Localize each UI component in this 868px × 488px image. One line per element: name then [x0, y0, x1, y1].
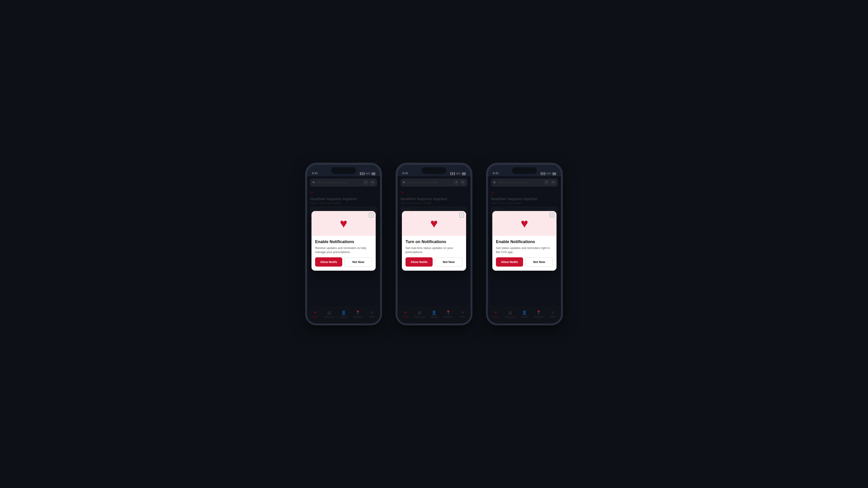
phone-1: 9:41 ▐▐▐ WiFi ▓▓ 🔍 Find the products you…	[305, 163, 382, 325]
status-time-2: 9:41	[402, 171, 408, 175]
allow-notifs-btn-1[interactable]: Allow Notifs	[315, 257, 342, 267]
modal-title-1: Enable Notifications	[315, 239, 372, 244]
status-icons-2: ▐▐▐ WiFi ▓▓	[450, 172, 466, 175]
modal-heart-icon-1: ♥	[340, 217, 347, 230]
wifi-icon-1: WiFi	[366, 172, 370, 175]
modal-hero-2: ♥ ×	[402, 211, 466, 236]
modal-close-btn-2[interactable]: ×	[459, 213, 464, 217]
dynamic-island-2	[422, 167, 446, 174]
signal-icon-3: ▐▐▐	[540, 172, 545, 175]
modal-actions-2: Allow Notifs Not Now	[405, 257, 463, 267]
not-now-btn-3[interactable]: Not Now	[525, 257, 553, 267]
not-now-btn-2[interactable]: Not Now	[435, 257, 463, 267]
modal-desc-2: Get real-time status updates on your pre…	[405, 246, 463, 254]
modal-heart-icon-3: ♥	[521, 217, 528, 230]
modal-overlay-1: ♥ × Enable Notifications Receive updates…	[307, 176, 380, 324]
modal-body-3: Enable Notifications Get status updates …	[492, 236, 557, 271]
not-now-btn-1[interactable]: Not Now	[344, 257, 372, 267]
phone-2-wrapper: 9:41 ▐▐▐ WiFi ▓▓ 🔍 Find the products you…	[396, 163, 472, 325]
modal-desc-3: Get status updates and reminders right i…	[496, 246, 553, 254]
dynamic-island-3	[512, 167, 537, 174]
signal-icon-1: ▐▐▐	[359, 172, 364, 175]
phones-container: 9:41 ▐▐▐ WiFi ▓▓ 🔍 Find the products you…	[305, 163, 563, 325]
modal-desc-1: Receive updates and reminders to help ma…	[315, 246, 372, 254]
status-time-3: 9:41	[493, 171, 499, 175]
modal-overlay-2: ♥ × Turn on Notifications Get real-time …	[397, 176, 471, 324]
battery-icon-1: ▓▓	[372, 172, 375, 175]
modal-overlay-3: ♥ × Enable Notifications Get status upda…	[488, 176, 561, 324]
notif-modal-1: ♥ × Enable Notifications Receive updates…	[311, 211, 376, 271]
app-content-3: 🔍 Find the products you need 🎤 📷 ♥ Healt…	[488, 176, 561, 324]
wifi-icon-3: WiFi	[546, 172, 551, 175]
modal-actions-3: Allow Notifs Not Now	[496, 257, 553, 267]
modal-title-3: Enable Notifications	[496, 239, 553, 244]
battery-icon-2: ▓▓	[462, 172, 466, 175]
phone-2: 9:41 ▐▐▐ WiFi ▓▓ 🔍 Find the products you…	[396, 163, 472, 325]
phone-3: 9:41 ▐▐▐ WiFi ▓▓ 🔍 Find the products you…	[486, 163, 563, 325]
modal-body-2: Turn on Notifications Get real-time stat…	[402, 236, 466, 271]
modal-hero-1: ♥ ×	[311, 211, 376, 236]
status-time-1: 9:41	[312, 171, 318, 175]
modal-heart-icon-2: ♥	[430, 217, 438, 230]
notif-modal-3: ♥ × Enable Notifications Get status upda…	[492, 211, 557, 271]
status-icons-3: ▐▐▐ WiFi ▓▓	[540, 172, 556, 175]
allow-notifs-btn-2[interactable]: Allow Notifs	[405, 257, 433, 267]
dynamic-island-1	[331, 167, 356, 174]
allow-notifs-btn-3[interactable]: Allow Notifs	[496, 257, 523, 267]
status-icons-1: ▐▐▐ WiFi ▓▓	[359, 172, 375, 175]
wifi-icon-2: WiFi	[456, 172, 461, 175]
modal-body-1: Enable Notifications Receive updates and…	[311, 236, 376, 271]
modal-actions-1: Allow Notifs Not Now	[315, 257, 372, 267]
app-content-2: 🔍 Find the products you need 🎤 📷 ♥ Healt…	[397, 176, 471, 324]
modal-close-btn-1[interactable]: ×	[369, 213, 373, 217]
notif-modal-2: ♥ × Turn on Notifications Get real-time …	[402, 211, 466, 271]
battery-icon-3: ▓▓	[553, 172, 556, 175]
app-content-1: 🔍 Find the products you need 🎤 📷 ♥ Healt…	[307, 176, 380, 324]
modal-title-2: Turn on Notifications	[405, 239, 463, 244]
phone-1-wrapper: 9:41 ▐▐▐ WiFi ▓▓ 🔍 Find the products you…	[305, 163, 382, 325]
signal-icon-2: ▐▐▐	[450, 172, 455, 175]
phone-3-wrapper: 9:41 ▐▐▐ WiFi ▓▓ 🔍 Find the products you…	[486, 163, 563, 325]
modal-close-btn-3[interactable]: ×	[550, 213, 554, 217]
modal-hero-3: ♥ ×	[492, 211, 557, 236]
